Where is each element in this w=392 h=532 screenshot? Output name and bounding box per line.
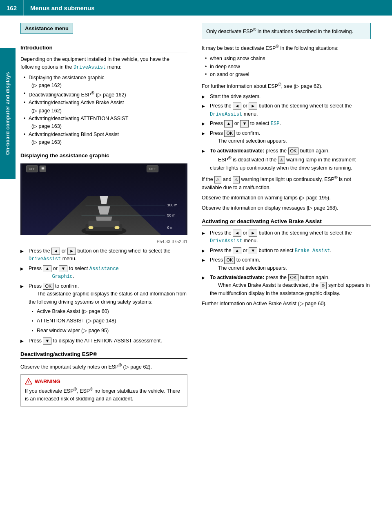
step-item: Press ▲ or ▼ to select Assistance Graphi…: [20, 265, 187, 281]
driveassist-code: DriveAssist: [74, 65, 106, 70]
list-item: in deep snow: [205, 63, 371, 71]
intro-para: Depending on the equipment installed in …: [20, 56, 187, 72]
list-item: on sand or gravel: [205, 71, 371, 78]
right-arrow-btn: ►: [67, 248, 76, 255]
further-aba: Further information on Active Brake Assi…: [202, 300, 371, 308]
list-item: Activating/deactivating ATTENTION ASSIST…: [24, 115, 187, 131]
step-item: To activate/deactivate: press the OK but…: [202, 274, 371, 297]
up-arrow-btn: ▲: [43, 265, 51, 272]
graphic-bullets: Active Brake Assist (▷ page 60) ATTENTIO…: [29, 308, 187, 335]
esp-steps: Start the drive system. Press the ◄ or ►…: [202, 93, 371, 172]
page-title: Menus and submenus: [24, 4, 95, 11]
svg-text:OFF: OFF: [149, 167, 156, 171]
warning-icon: !: [25, 378, 32, 384]
note-bullets: when using snow chains in deep snow on s…: [202, 55, 371, 78]
list-item: Rear window wiper (▷ page 95): [32, 327, 187, 335]
active-brake-steps: Press the ◄ or ► button on the steering …: [202, 229, 371, 297]
ok-btn4: OK: [224, 257, 235, 264]
step-item: Press the ◄ or ► button on the steering …: [20, 247, 187, 263]
display-section-heading: Displaying the assistance graphic: [20, 152, 187, 160]
warning-text: If you deactivate ESP®, ESP® no longer s…: [25, 386, 183, 403]
svg-text:☰: ☰: [41, 167, 45, 171]
left-arrow-btn3: ◄: [233, 103, 241, 110]
brake-assist-code: Brake Assist: [295, 248, 330, 254]
note-box: Only deactivate ESP® in the situations d…: [202, 23, 371, 39]
left-column: Assistance menu Introduction Depending o…: [16, 16, 195, 532]
svg-text:100 m: 100 m: [167, 203, 178, 207]
step-item: Press the ◄ or ► button on the steering …: [202, 102, 371, 118]
step-item: Press OK to confirm. The current selecti…: [202, 256, 371, 272]
ok-btn: OK: [43, 283, 53, 290]
intro-bullet-list: Displaying the assistance graphic (▷ pag…: [20, 74, 187, 147]
step-note: ESP® is deactivated if the ⚠ warning lam…: [210, 157, 356, 170]
ok-btn2: OK: [224, 130, 235, 137]
observe-warning: Observe the information on warning lamps…: [202, 194, 371, 202]
svg-rect-7: [89, 221, 120, 227]
observe-display: Observe the information on display messa…: [202, 204, 371, 212]
assistance-menu-box: Assistance menu: [20, 23, 73, 34]
active-brake-heading: Activating or deactivating Active Brake …: [202, 218, 371, 226]
list-item: Activating/deactivating Blind Spot Assis…: [24, 131, 187, 147]
deactivating-para: Observe the important safety notes on ES…: [20, 362, 187, 371]
driveassist-code3: DriveAssist: [210, 112, 242, 117]
right-arrow-btn4: ►: [249, 230, 257, 237]
display-steps: Press the ◄ or ► button on the steering …: [20, 247, 187, 345]
step-note: The current selection appears.: [210, 265, 287, 271]
lamp-info: If the ⚠ and ⚠ warning lamps light up co…: [202, 174, 371, 192]
note-para1: It may be best to deactivate ESP® in the…: [202, 43, 371, 53]
right-arrow-btn3: ►: [249, 103, 257, 110]
list-item: Deactivating/activating ESP® (▷ page 162…: [24, 90, 187, 99]
page-body: On-board computer and displays Assistanc…: [0, 16, 392, 532]
activate-label: To activate/deactivate:: [210, 148, 264, 154]
svg-text:0 m: 0 m: [167, 226, 174, 230]
step-note: When Active Brake Assist is deactivated,…: [210, 282, 370, 296]
page-number: 162: [0, 0, 24, 16]
list-item: ATTENTION ASSIST (▷ page 148): [32, 317, 187, 325]
left-arrow-btn4: ◄: [233, 230, 241, 237]
warning-box: ! WARNING If you deactivate ESP®, ESP® n…: [20, 374, 187, 407]
driveassist-code2: DriveAssist: [29, 256, 61, 262]
svg-point-8: [89, 226, 94, 229]
up-btn4: ▲: [233, 247, 241, 254]
step-item: To activate/deactivate: press the OK but…: [202, 147, 371, 172]
assistance-graphic-image: 100 m 50 m 0 m OFF ☰ OFF: [20, 163, 187, 235]
step-note: The assistance graphic displays the stat…: [29, 291, 187, 304]
fig-caption: P54.33-3752-31: [20, 238, 187, 245]
ok-btn5: OK: [288, 274, 299, 281]
down-arrow-btn2: ▼: [43, 338, 51, 344]
assistance-graphic-code: Assistance Graphic: [29, 266, 119, 280]
svg-marker-3: [98, 206, 110, 215]
list-item: Displaying the assistance graphic (▷ pag…: [24, 74, 187, 90]
svg-point-9: [115, 226, 120, 229]
page-header: 162 Menus and submenus: [0, 0, 392, 16]
driveassist-code4: DriveAssist: [210, 238, 242, 244]
step-item: Press ▼ to display the ATTENTION ASSIST …: [20, 337, 187, 345]
svg-text:50 m: 50 m: [167, 213, 176, 217]
step-item: Press the ▲ or ▼ button to select Brake …: [202, 247, 371, 255]
warning-title: ! WARNING: [25, 378, 183, 384]
list-item: when using snow chains: [205, 55, 371, 63]
up-btn3: ▲: [224, 120, 233, 127]
step-item: Press OK to confirm. The current selecti…: [202, 130, 371, 145]
list-item: Active Brake Assist (▷ page 60): [32, 308, 187, 315]
down-arrow-btn: ▼: [59, 265, 67, 272]
step-note: The current selection appears.: [210, 138, 287, 144]
svg-text:!: !: [28, 380, 29, 384]
esp-code: ESP: [271, 121, 280, 127]
sidebar-label: On-board computer and displays: [2, 67, 14, 160]
step-item: Press OK to confirm. The assistance grap…: [20, 282, 187, 335]
left-arrow-btn: ◄: [51, 248, 60, 255]
ok-btn3: OK: [288, 148, 299, 154]
sidebar-tab: On-board computer and displays: [0, 16, 16, 532]
down-btn3: ▼: [240, 120, 249, 127]
step-item: Press ▲ or ▼ to select ESP.: [202, 120, 371, 128]
step-item: Start the drive system.: [202, 93, 371, 101]
introduction-heading: Introduction: [20, 45, 187, 52]
right-column: Only deactivate ESP® in the situations d…: [195, 16, 376, 532]
activate-label2: To activate/deactivate:: [210, 275, 264, 280]
down-btn4: ▼: [249, 247, 257, 254]
list-item: Activating/deactivating Active Brake Ass…: [24, 99, 187, 115]
svg-text:OFF: OFF: [29, 167, 36, 171]
step-item: Press the ◄ or ► button on the steering …: [202, 229, 371, 245]
further-esp: For further information about ESP®, see …: [202, 81, 371, 91]
